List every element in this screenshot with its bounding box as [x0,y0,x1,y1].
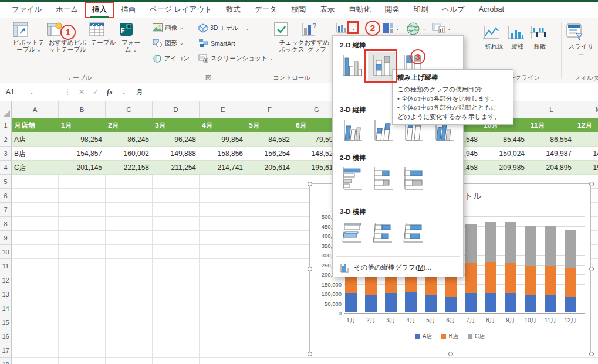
row-header-7[interactable]: 7 [0,203,12,217]
cell-store-label[interactable]: C店 [12,161,59,175]
row-header-5[interactable]: 5 [0,175,12,189]
tab-formulas[interactable]: 数式 [219,2,248,18]
name-box-dropdown-icon[interactable]: ⌄ [30,90,34,95]
cell-value[interactable]: 198,895 [575,161,598,175]
row-header-1[interactable]: 1 [0,118,12,132]
stacked-bar-11月[interactable] [545,226,556,312]
cancel-icon[interactable]: ✕ [75,83,89,101]
tab-acrobat[interactable]: Acrobat [472,2,511,18]
row-header-15[interactable]: 15 [0,315,12,329]
tab-automate[interactable]: 自動化 [342,2,378,18]
stacked-bar-9月[interactable] [505,222,516,312]
select-all-corner[interactable] [0,101,12,118]
chart-selection-handle[interactable] [448,352,453,356]
cell-value[interactable]: 209,985 [481,161,528,175]
tab-developer[interactable]: 開発 [377,2,406,18]
cell-value[interactable]: 86,245 [106,132,153,147]
screenshot-button[interactable]: スクリーンショット⌄ [198,54,273,63]
shapes-button[interactable]: 図形⌄ [153,39,184,47]
cell-value[interactable]: 158,856 [200,147,246,161]
pivottable-button[interactable]: ピボットテーブル ⌄ [13,21,45,54]
cell-value[interactable]: 98,254 [59,132,106,147]
cell-value[interactable]: 154,857 [59,147,106,161]
smartart-button[interactable]: SmartArt [198,39,235,47]
cell-header-3[interactable]: 3月 [153,118,200,132]
stacked-bar-10月[interactable] [525,226,536,312]
cell-value[interactable]: 149,888 [153,147,200,161]
column-header-M[interactable]: M [575,101,598,118]
chart-selection-handle[interactable] [589,267,594,271]
column-header-E[interactable]: E [200,101,246,118]
cell-header-11[interactable]: 11月 [528,118,575,132]
tab-page-layout[interactable]: ページ レイアウト [143,2,219,18]
insert-map-chart-button[interactable]: ⌄ [406,22,427,36]
3d-clustered-column-icon[interactable] [337,116,366,145]
tab-insert[interactable]: 挿入 [85,2,114,18]
row-header-6[interactable]: 6 [0,189,12,203]
recommended-charts-button[interactable]: ? おすすめ グラフ [300,21,333,53]
chart-selection-handle[interactable] [589,352,594,356]
cell-value[interactable]: 150,024 [481,147,528,161]
cell-store-label[interactable]: A店 [12,132,59,147]
insert-function-icon[interactable]: fx [103,83,117,101]
chart-selection-handle[interactable] [308,182,312,186]
cell-value[interactable]: 211,254 [153,161,200,175]
3d-stacked-bar-icon[interactable] [368,218,396,247]
3d-clustered-bar-icon[interactable] [337,218,366,247]
stacked-bar-12月[interactable] [565,230,576,312]
clustered-bar-icon[interactable] [337,164,366,193]
cell-header-5[interactable]: 5月 [246,118,293,132]
row-header-18[interactable]: 18 [0,358,12,364]
cell-value[interactable]: 156,254 [246,147,293,161]
3d-100-stacked-bar-icon[interactable] [398,218,427,247]
cell-header-1[interactable]: 1月 [59,118,106,132]
row-header-13[interactable]: 13 [0,287,12,301]
insert-hierarchy-chart-button[interactable]: ⌄ [383,23,400,33]
slicer-button[interactable]: スライサー [566,23,596,59]
chart-selection-handle[interactable] [589,182,594,186]
tab-data[interactable]: データ [248,2,284,18]
cell-value[interactable]: 96,248 [153,132,200,147]
column-header-L[interactable]: L [528,101,575,118]
tab-file[interactable]: ファイル [5,2,49,18]
cell-value[interactable]: 86,554 [528,132,575,147]
sparkline-column-button[interactable]: 縦棒 [507,25,528,51]
column-header-F[interactable]: F [246,101,293,118]
100-stacked-bar-icon[interactable] [398,164,427,193]
row-header-10[interactable]: 10 [0,245,12,259]
cell-value[interactable]: 85,445 [481,132,528,147]
cell-store-label[interactable]: B店 [12,147,59,161]
tab-help[interactable]: ヘルプ [435,2,471,18]
formula-bar-expand-icon[interactable]: ⌄ [117,83,131,101]
enter-icon[interactable]: ✓ [89,83,103,101]
cell-value[interactable]: 84,582 [246,132,293,147]
row-header-9[interactable]: 9 [0,231,12,245]
cell-header-12[interactable]: 12月 [575,118,598,132]
cell-header-2[interactable]: 2月 [106,118,153,132]
column-header-D[interactable]: D [153,101,200,118]
cell-value[interactable]: 201,145 [59,161,106,175]
chart-selection-handle[interactable] [308,352,312,356]
tab-home[interactable]: ホーム [49,2,85,18]
stacked-bar-8月[interactable] [485,222,496,312]
stacked-bar-icon[interactable] [368,164,396,193]
forms-button[interactable]: F フォーム ⌄ [119,21,143,54]
column-header-B[interactable]: B [59,101,106,118]
row-header-12[interactable]: 12 [0,273,12,287]
row-header-2[interactable]: 2 [0,132,12,147]
table-button[interactable]: テーブル [89,21,117,46]
pictures-button[interactable]: 画像⌄ [153,23,184,32]
chart-selection-handle[interactable] [308,267,312,271]
cell-value[interactable]: 160,002 [106,147,153,161]
cell-value[interactable]: 214,741 [200,161,246,175]
row-header-17[interactable]: 17 [0,343,12,358]
tab-print[interactable]: 印刷 [406,2,435,18]
icons-button[interactable]: アイコン [153,54,190,63]
cell-value[interactable]: 205,614 [246,161,293,175]
column-header-A[interactable]: A [12,101,59,118]
row-header-3[interactable]: 3 [0,147,12,161]
row-header-4[interactable]: 4 [0,161,12,175]
tab-review[interactable]: 校閲 [284,2,313,18]
sparkline-line-button[interactable]: 折れ線 [482,25,506,51]
cell-value[interactable]: 78,554 [575,132,598,147]
